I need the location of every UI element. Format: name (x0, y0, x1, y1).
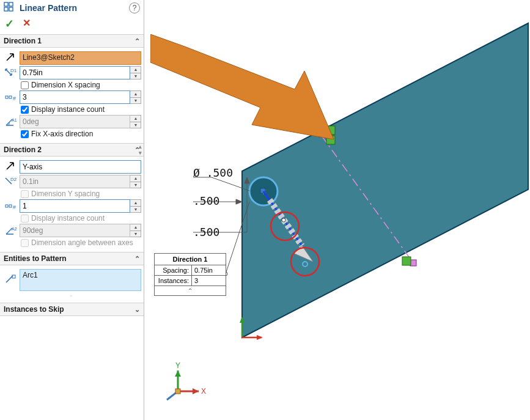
panel-title: Linear Pattern (20, 3, 129, 13)
d1-spacing-stepper[interactable]: ▴▾ (130, 66, 141, 79)
dim-horizontal: .500 (193, 194, 219, 207)
group-body-direction1: Line3@Sketch2 D1 ▴▾ Dimension X spacing (0, 48, 144, 143)
spacing-d1-icon: D1 (2, 67, 20, 79)
count-d1-icon: # (2, 91, 20, 103)
d2-dim-angle-checkbox (21, 239, 29, 247)
callout-spacing-value[interactable]: 0.75in (191, 265, 226, 275)
dim-vertical: .500 (193, 226, 219, 238)
chevron-up-icon: ⌃ (134, 37, 140, 45)
svg-marker-37 (257, 335, 263, 340)
angle-d1-icon: A1 (2, 116, 20, 128)
property-panel: Linear Pattern ? ✓ ✕ Direction 1 ⌃ Line3… (0, 0, 144, 420)
callout-title: Direction 1 (155, 254, 226, 265)
row-d2-count: # ▴▾ (2, 199, 141, 213)
d2-spacing-stepper: ▴▾ (130, 175, 141, 188)
entities-list-input[interactable]: Arc1 (20, 269, 141, 291)
row-d2-dim-angle: Dimension angle between axes (21, 238, 141, 247)
d1-angle-stepper: ▴▾ (130, 115, 141, 128)
svg-rect-43 (175, 389, 180, 394)
callout-instances-label: Instances: (155, 276, 191, 286)
d1-dimx-label: Dimension X spacing (31, 81, 100, 89)
entities-icon (2, 274, 20, 286)
group-title-entities: Entities to Pattern (4, 254, 67, 263)
svg-rect-5 (6, 96, 8, 98)
row-d1-angle: A1 ▴▾ (2, 115, 141, 128)
row-d1-fixx: Fix X-axis direction (21, 130, 141, 138)
d2-count-input[interactable] (20, 199, 130, 213)
group-header-entities[interactable]: Entities to Pattern ⌃ (0, 252, 144, 265)
cancel-button[interactable]: ✕ (23, 17, 31, 31)
view-triad[interactable]: Y X (167, 361, 206, 400)
d2-display-count-label: Display instance count (31, 214, 105, 223)
row-d1-dimx: Dimension X spacing (21, 81, 141, 89)
d2-dimy-label: Dimension Y spacing (31, 190, 100, 198)
d1-display-count-checkbox[interactable] (21, 106, 29, 114)
svg-text:#: # (13, 95, 16, 101)
row-d2-reference (2, 160, 141, 174)
group-body-direction2: D2 ▴▾ Dimension Y spacing # ▴▾ Disp (0, 157, 144, 252)
group-title-direction2: Direction 2 (4, 146, 42, 154)
row-d2-display-count: Display instance count (21, 214, 141, 223)
svg-rect-1 (9, 2, 13, 6)
viewport-3d[interactable]: ✶ (144, 0, 530, 420)
d2-angle-stepper: ▴▾ (130, 224, 141, 237)
ok-button[interactable]: ✓ (5, 17, 14, 31)
row-d1-reference: Line3@Sketch2 (2, 51, 141, 65)
svg-rect-0 (4, 2, 8, 6)
svg-rect-3 (9, 7, 13, 11)
d2-spacing-input (20, 175, 130, 188)
d2-count-stepper[interactable]: ▴▾ (130, 199, 141, 213)
row-d1-count: # ▴▾ (2, 90, 141, 104)
spacing-d2-icon: D2 (2, 175, 20, 188)
chevron-up-icon: ⌃ (134, 255, 140, 263)
chevron-down-icon: ⌄ (134, 306, 140, 314)
svg-rect-11 (9, 205, 12, 207)
row-entities: Arc1 (2, 269, 141, 291)
d1-dimx-checkbox[interactable] (21, 81, 29, 89)
direction1-callout[interactable]: Direction 1 Spacing: 0.75in Instances: 3… (154, 253, 226, 296)
d1-count-input[interactable] (20, 90, 130, 104)
group-title-skip: Instances to Skip (4, 305, 64, 314)
triad-x-label: X (201, 387, 206, 396)
svg-rect-2 (4, 7, 8, 11)
group-header-direction2[interactable]: Direction 2 ⌃ ▴▾ (0, 143, 144, 157)
row-d2-spacing: D2 ▴▾ (2, 175, 141, 188)
panel-header: Linear Pattern ? (0, 0, 144, 15)
svg-text:A1: A1 (12, 118, 17, 122)
row-d2-dimy: Dimension Y spacing (21, 190, 141, 198)
d1-spacing-input[interactable] (20, 66, 130, 79)
reverse-direction2-icon[interactable] (2, 161, 20, 173)
midpoint-handle[interactable] (282, 218, 285, 222)
row-d1-display-count: Display instance count (21, 105, 141, 114)
d1-fixx-checkbox[interactable] (21, 130, 29, 138)
group-header-skip[interactable]: Instances to Skip ⌄ (0, 303, 144, 316)
help-button[interactable]: ? (129, 2, 140, 13)
svg-text:#: # (13, 204, 16, 210)
reverse-direction1-icon[interactable] (2, 52, 20, 64)
count-d2-icon: # (2, 200, 20, 212)
annotation-arrow (150, 34, 340, 150)
callout-expand-icon[interactable]: ⌃ (155, 286, 226, 295)
group-header-direction1[interactable]: Direction 1 ⌃ (0, 34, 144, 48)
svg-marker-44 (150, 34, 334, 139)
d1-angle-input (20, 115, 130, 128)
row-d1-spacing: D1 ▴▾ (2, 66, 141, 79)
d1-count-stepper[interactable]: ▴▾ (130, 90, 141, 104)
d1-reference-input[interactable]: Line3@Sketch2 (20, 51, 141, 65)
svg-text:D2: D2 (10, 177, 17, 182)
d2-angle-input (20, 224, 130, 237)
row-d2-angle: A2 ▴▾ (2, 224, 141, 237)
callout-instances-value[interactable]: 3 (191, 276, 226, 286)
d2-dimy-checkbox (21, 190, 29, 198)
svg-marker-39 (175, 370, 181, 377)
svg-marker-26 (236, 199, 242, 204)
d2-reference-input[interactable] (20, 160, 141, 174)
svg-rect-6 (9, 96, 12, 98)
angle-d2-icon: A2 (2, 224, 20, 237)
group-title-direction1: Direction 1 (4, 37, 42, 45)
triad-y-label: Y (175, 361, 180, 370)
d1-fixx-label: Fix X-axis direction (31, 130, 93, 138)
svg-rect-19 (402, 257, 411, 265)
callout-spacing-label: Spacing: (155, 265, 191, 275)
entities-resize-grip[interactable]: ◦ (2, 292, 141, 299)
